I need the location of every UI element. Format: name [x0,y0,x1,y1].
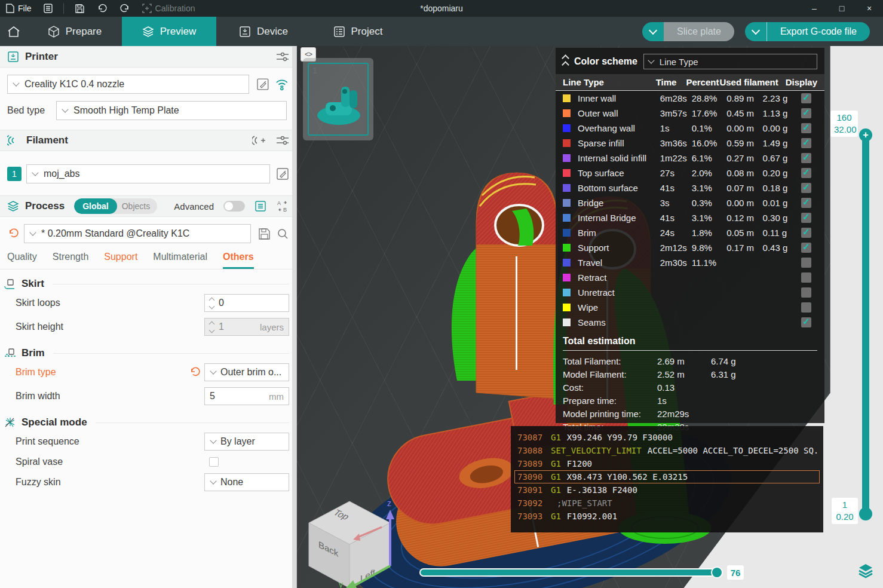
move-slider-handle[interactable] [711,566,723,578]
save-preset-icon[interactable] [258,228,271,240]
redo-button[interactable] [114,0,136,17]
line-type-name: Outer wall [578,108,618,118]
search-icon[interactable] [277,228,289,240]
bed-type-select[interactable]: Smooth High Temp Plate [56,101,287,120]
gcode-line[interactable]: 73093 G1 F10992.001 [514,510,820,523]
reset-brim-type-icon[interactable] [189,366,201,378]
gcode-line[interactable]: 73088 SET_VELOCITY_LIMIT ACCEL=5000 ACCE… [514,444,820,457]
display-checkbox[interactable] [801,198,811,208]
skirt-loops-input[interactable]: 0 [204,294,289,312]
edit-printer-icon[interactable] [256,78,269,91]
display-checkbox[interactable] [801,287,811,298]
add-filament-icon[interactable] [252,134,266,146]
slice-dropdown[interactable] [642,22,664,41]
scope-toggle[interactable]: Global Objects [74,198,157,214]
compare-ab-icon[interactable]: AB [276,200,289,213]
fuzzy-skin-select[interactable]: None [204,473,289,491]
print-sequence-select[interactable]: By layer [204,433,289,451]
display-checkbox[interactable] [801,153,811,163]
display-checkbox[interactable] [801,93,811,103]
parameter-list-icon[interactable] [255,200,266,212]
line-type-length: 0.89 m [726,93,762,103]
spinner-icon[interactable] [210,322,214,332]
printer-select[interactable]: Creality K1C 0.4 nozzle [7,75,249,94]
total-row: Model Filament: 2.52 m 6.31 g [563,368,817,381]
display-checkbox[interactable] [801,123,811,133]
gcode-line[interactable]: 73090 G1 X98.473 Y100.562 E.03215 [514,470,820,483]
display-checkbox[interactable] [801,258,811,268]
display-checkbox[interactable] [801,168,811,178]
printer-settings-icon[interactable] [276,51,289,62]
tab-project[interactable]: Project [311,17,405,46]
display-checkbox[interactable] [801,317,811,327]
tab-quality[interactable]: Quality [7,252,37,269]
tab-prepare[interactable]: Prepare [27,17,122,46]
chevron-down-icon [752,26,760,34]
navigation-cube[interactable]: Top Back Left z y [303,499,401,588]
close-button[interactable]: × [856,0,883,17]
gcode-line[interactable]: 73087 G1 X99.246 Y99.79 F30000 [514,431,820,444]
brim-type-label: Brim type [16,367,189,378]
gcode-line[interactable]: 73091 G1 E-.36138 F2400 [514,483,820,497]
display-checkbox[interactable] [801,302,811,313]
display-checkbox[interactable] [801,243,811,253]
filament-icon [7,134,20,146]
tab-others[interactable]: Others [223,252,254,269]
display-checkbox[interactable] [801,138,811,148]
reset-preset-icon[interactable] [7,228,19,240]
advanced-toggle[interactable] [223,201,245,212]
color-scheme-select[interactable]: Line Type [643,54,817,69]
slice-plate-button[interactable]: Slice plate [642,22,734,41]
tab-strength[interactable]: Strength [53,252,88,269]
calibration-button[interactable]: Calibration [136,0,201,17]
export-dropdown[interactable] [745,22,767,41]
layer-bottom-height: 0.20 [835,511,854,523]
display-checkbox[interactable] [801,272,811,283]
tab-multimaterial[interactable]: Multimaterial [153,252,207,269]
gcode-line[interactable]: 73089 G1 F1200 [514,457,820,470]
wifi-icon[interactable] [275,78,289,91]
line-type-swatch [563,154,571,162]
sidebar-scrollbar[interactable] [292,46,296,588]
scope-objects[interactable]: Objects [117,198,157,214]
notes-button[interactable] [38,0,59,17]
plate-thumbnail[interactable]: 1 [303,58,373,140]
layers-view-button[interactable] [857,562,874,579]
line-type-percent: 28.8% [692,93,727,103]
collapse-panel-icon[interactable] [563,56,568,68]
move-slider-track[interactable] [419,568,722,577]
filament-settings-icon[interactable] [276,135,289,146]
undo-button[interactable] [91,0,114,17]
skirt-height-unit: layers [260,322,284,332]
filament-select[interactable]: moj_abs [26,164,270,183]
layer-slider-top-handle[interactable]: + [859,128,872,142]
preset-select[interactable]: * 0.20mm Standard @Creality K1C [24,224,251,243]
tab-preview[interactable]: Preview [122,17,216,46]
minimize-button[interactable]: – [801,0,828,17]
gcode-line-number: 73087 [517,433,545,442]
legend-row: Support 2m12s 9.8% 0.17 m 0.43 g [556,240,824,255]
display-checkbox[interactable] [801,183,811,193]
scope-global[interactable]: Global [74,198,117,214]
layer-slider-track[interactable] [862,136,869,516]
spiral-vase-checkbox[interactable] [209,457,219,467]
maximize-button[interactable]: □ [828,0,856,17]
home-button[interactable] [0,17,27,46]
gcode-line[interactable]: 73092 ;WIPE_START [514,497,820,510]
export-gcode-button[interactable]: Export G-code file [745,22,870,41]
brim-type-select[interactable]: Outer brim o... [204,363,289,381]
preview-3d-viewport[interactable]: <> 1 Color scheme [297,46,883,588]
file-menu[interactable]: File [0,0,38,17]
display-checkbox[interactable] [801,108,811,118]
tab-device[interactable]: Device [216,17,311,46]
skirt-height-input[interactable]: 1 layers [204,318,289,336]
spinner-icon[interactable] [210,298,214,308]
layer-slider-bottom-handle[interactable] [859,507,872,520]
tab-support[interactable]: Support [104,252,137,269]
brim-width-input[interactable]: 5 mm [204,387,289,405]
display-checkbox[interactable] [801,228,811,238]
display-checkbox[interactable] [801,213,811,223]
process-tabs: Quality Strength Support Multimaterial O… [0,243,296,270]
edit-filament-icon[interactable] [276,167,289,180]
save-button[interactable] [69,0,91,17]
